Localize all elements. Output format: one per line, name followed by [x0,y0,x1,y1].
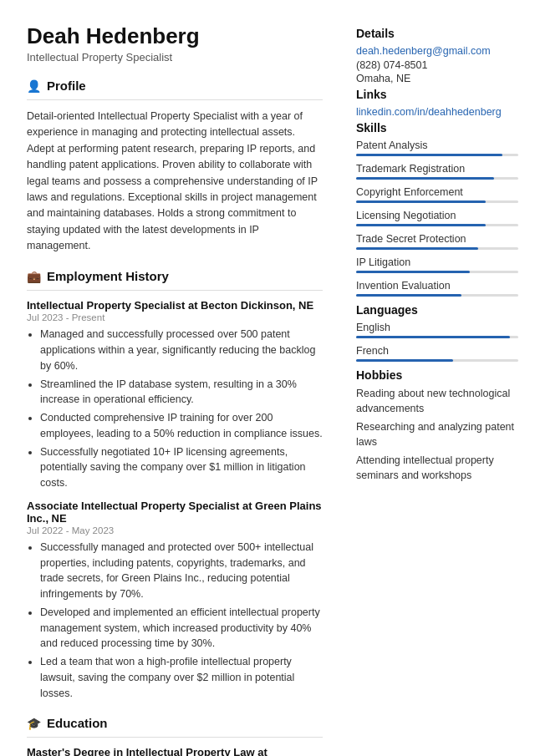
linkedin-link[interactable]: linkedin.com/in/deahhedenberg [356,106,518,118]
candidate-title: Intellectual Property Specialist [27,51,323,63]
resume-header: Deah Hedenberg Intellectual Property Spe… [27,23,323,63]
skill-name: Licensing Negotiation [356,210,518,221]
lang-bar-fill [356,336,510,338]
hobby-item-3: Attending intellectual property seminars… [356,454,518,483]
lang-name: French [356,345,518,357]
education-section: 🎓 Education Master's Degree in Intellect… [27,716,323,756]
languages-section: Languages English French [356,303,518,362]
job-title-1: Intellectual Property Specialist at Bect… [27,299,323,312]
details-section: Details deah.hedenberg@gmail.com (828) 0… [356,27,518,84]
job-entry-1: Intellectual Property Specialist at Bect… [27,299,323,491]
job-date-2: Jul 2022 - May 2023 [27,525,323,535]
skill-bar-fill [356,271,470,273]
skill-item-ip-litigation: IP Litigation [356,256,518,273]
edu-title-1: Master's Degree in Intellectual Property… [27,746,323,756]
skill-name: Copyright Enforcement [356,186,518,198]
lang-name: English [356,322,518,333]
links-section-title: Links [356,88,518,101]
phone-number: (828) 074-8501 [356,59,518,71]
left-column: Deah Hedenberg Intellectual Property Spe… [0,0,343,756]
profile-divider [27,99,323,100]
lang-bar-fill [356,359,453,362]
job-bullet: Developed and implemented an efficient i… [40,605,323,652]
skill-item-licensing: Licensing Negotiation [356,210,518,226]
skill-name: Trade Secret Protection [356,233,518,245]
skill-bar-fill [356,177,494,180]
skill-bar-bg [356,154,518,156]
hobbies-section: Hobbies Reading about new technological … [356,368,518,483]
languages-section-title: Languages [356,303,518,317]
skills-section-title: Skills [356,121,518,134]
skill-name: IP Litigation [356,256,518,268]
hobby-item-1: Reading about new technological advancem… [356,387,518,416]
details-section-title: Details [356,27,518,40]
education-section-title: 🎓 Education [27,716,323,730]
email-link[interactable]: deah.hedenberg@gmail.com [356,45,518,57]
job-bullet: Streamlined the IP database system, resu… [40,377,323,408]
skill-bar-fill [356,294,461,297]
hobby-item-2: Researching and analyzing patent laws [356,420,518,449]
skill-bar-bg [356,224,518,226]
job-bullet: Successfully negotiated 10+ IP licensing… [40,444,323,491]
skill-bar-bg [356,247,518,250]
profile-icon: 👤 [27,79,41,93]
education-divider [27,737,323,738]
job-bullet: Successfully managed and protected over … [40,540,323,602]
lang-bar-bg [356,336,518,338]
employment-section: 💼 Employment History Intellectual Proper… [27,269,323,701]
location: Omaha, NE [356,73,518,84]
job-bullet: Led a team that won a high-profile intel… [40,654,323,701]
job-entry-2: Associate Intellectual Property Speciali… [27,500,323,702]
skill-item-trademark: Trademark Registration [356,163,518,180]
profile-section: 👤 Profile Detail-oriented Intellectual P… [27,79,323,254]
edu-entry-1: Master's Degree in Intellectual Property… [27,746,323,756]
employment-divider [27,290,323,291]
skill-item-trade-secret: Trade Secret Protection [356,233,518,250]
profile-section-title: 👤 Profile [27,79,323,93]
right-column: Details deah.hedenberg@gmail.com (828) 0… [343,0,535,756]
skill-item-copyright: Copyright Enforcement [356,186,518,203]
skill-bar-bg [356,271,518,273]
employment-icon: 💼 [27,270,41,283]
skill-bar-bg [356,200,518,203]
skill-bar-bg [356,294,518,297]
profile-text: Detail-oriented Intellectual Property Sp… [27,109,323,254]
skill-name: Trademark Registration [356,163,518,175]
job-date-1: Jul 2023 - Present [27,312,323,322]
skill-item-patent-analysis: Patent Analysis [356,140,518,156]
lang-bar-bg [356,359,518,362]
employment-section-title: 💼 Employment History [27,269,323,283]
job-bullets-1: Managed and successfully processed over … [27,327,323,491]
skill-item-invention: Invention Evaluation [356,280,518,297]
lang-item-french: French [356,345,518,362]
education-icon: 🎓 [27,717,41,730]
skill-bar-fill [356,247,478,250]
skill-bar-bg [356,177,518,180]
skill-name: Patent Analysis [356,140,518,151]
resume-page: Deah Hedenberg Intellectual Property Spe… [0,0,535,756]
lang-item-english: English [356,322,518,338]
candidate-name: Deah Hedenberg [27,23,323,49]
skill-name: Invention Evaluation [356,280,518,292]
skill-bar-fill [356,200,486,203]
job-title-2: Associate Intellectual Property Speciali… [27,500,323,525]
skills-section: Skills Patent Analysis Trademark Registr… [356,121,518,297]
job-bullet: Conducted comprehensive IP training for … [40,410,323,442]
hobbies-section-title: Hobbies [356,368,518,382]
job-bullet: Managed and successfully processed over … [40,327,323,373]
skill-bar-fill [356,154,502,156]
skill-bar-fill [356,224,486,226]
links-section: Links linkedin.com/in/deahhedenberg [356,88,518,118]
job-bullets-2: Successfully managed and protected over … [27,540,323,702]
